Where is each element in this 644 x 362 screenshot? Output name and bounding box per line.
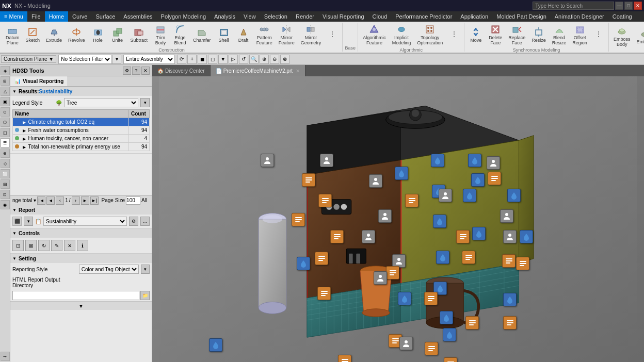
hole-button[interactable]: Hole — [89, 24, 107, 46]
next-btn[interactable]: › — [72, 196, 80, 205]
tag-t38[interactable] — [444, 357, 457, 362]
menu-item-coating[interactable]: Coating — [608, 11, 636, 22]
close-button[interactable]: ✕ — [634, 2, 642, 10]
assembly-filter-select[interactable]: Entire Assembly — [123, 55, 175, 64]
filter-btn-8[interactable]: 🔍 — [249, 55, 259, 64]
results-section-header[interactable]: ▼ Results: Sustainability — [10, 87, 152, 96]
implicit-modeling-button[interactable]: ImplicitModeling — [390, 24, 414, 46]
report-btn-1[interactable]: ▾ — [24, 217, 33, 226]
last-page-button[interactable]: ►| — [90, 196, 99, 205]
tag-t22[interactable] — [472, 227, 486, 240]
chamfer-button[interactable]: Chamfer — [190, 24, 214, 46]
first-page-button[interactable]: |◄ — [37, 196, 45, 205]
panel-close-button[interactable]: ✕ — [141, 67, 150, 75]
construction-plane-dropdown[interactable]: Construction Plane ▼ — [1, 55, 56, 63]
tag-t11[interactable] — [378, 209, 392, 223]
selection-filter-dropdown[interactable]: No Selection Filter ▾ — [58, 55, 121, 64]
panel-bottom-arrow[interactable]: ▼ — [10, 302, 152, 310]
sidebar-icon-7[interactable]: ◫ — [1, 128, 10, 137]
panel-settings-button[interactable]: ⚙ — [123, 67, 131, 75]
tag-t23[interactable] — [315, 252, 328, 265]
reporting-style-btn[interactable]: ▾ — [141, 265, 150, 274]
tag-t15[interactable] — [330, 230, 344, 243]
sidebar-icon-4[interactable]: ▣ — [1, 97, 10, 106]
menu-item-curve[interactable]: Curve — [68, 11, 91, 22]
tag-t6[interactable] — [395, 167, 408, 180]
ctrl-show-all-button[interactable]: ⊡ — [12, 240, 24, 251]
tag-t44[interactable] — [503, 230, 517, 243]
sidebar-icon-11[interactable]: ⬜ — [1, 169, 10, 178]
menu-item-anim[interactable]: Animation Designer — [551, 11, 608, 22]
tag-t48[interactable] — [516, 257, 529, 270]
filter-btn-11[interactable]: ⊗ — [280, 55, 289, 64]
filter-btn-10[interactable]: ⊖ — [270, 55, 279, 64]
emboss-body-button[interactable]: EmbossBody — [611, 25, 633, 48]
prev-page-button[interactable]: ◄ — [46, 196, 55, 205]
menu-item-menu[interactable]: ≡ Menu — [0, 11, 27, 22]
tag-t19[interactable] — [436, 251, 449, 264]
table-row[interactable]: ▶ Total non-renewable primary energy use… — [13, 143, 150, 151]
filter-btn-1[interactable]: ⟳ — [177, 55, 186, 64]
sidebar-icon-9[interactable]: ⊕ — [1, 149, 10, 158]
tag-t25[interactable] — [386, 266, 399, 279]
menu-item-surface[interactable]: Surface — [91, 11, 119, 22]
report-section-header[interactable]: ▼ Report — [10, 205, 152, 215]
next-page-button[interactable]: ► — [81, 196, 89, 205]
tag-t43[interactable] — [503, 293, 517, 306]
tag-t16[interactable] — [362, 230, 375, 243]
maximize-button[interactable]: □ — [624, 2, 633, 10]
panel-help-button[interactable]: ? — [132, 67, 140, 75]
settings-section-header[interactable]: ▼ Setting — [10, 254, 152, 263]
menu-item-view[interactable]: View — [239, 11, 260, 22]
sidebar-icon-2[interactable]: ⊞ — [1, 76, 10, 86]
minimize-button[interactable]: — — [615, 2, 623, 10]
selection-filter-select[interactable]: No Selection Filter — [58, 55, 112, 64]
tag-t13[interactable] — [471, 173, 485, 187]
table-row[interactable]: ▶ Fresh water consumptions 94 — [13, 126, 150, 135]
sidebar-icon-bottom[interactable]: ⊸ — [1, 352, 10, 361]
tag-t35[interactable] — [443, 328, 456, 341]
tag-t5[interactable] — [405, 194, 418, 207]
page-size-input[interactable] — [126, 196, 140, 205]
sidebar-icon-6[interactable]: ⬡ — [1, 118, 10, 127]
filter-btn-6[interactable]: ▷ — [229, 55, 238, 64]
sidebar-icon-3[interactable]: △ — [1, 87, 10, 96]
legend-style-btn[interactable]: ▾ — [140, 98, 150, 107]
tag-t1[interactable] — [261, 154, 274, 167]
search-box[interactable]: Type Here to Search — [533, 2, 614, 10]
tag-t45[interactable] — [502, 254, 516, 268]
tag-t28[interactable] — [317, 287, 331, 300]
controls-section-header[interactable]: ▼ Controls — [10, 228, 152, 238]
tag-t17[interactable] — [433, 215, 446, 228]
sidebar-icon-12[interactable]: ▤ — [1, 179, 10, 189]
html-output-input[interactable] — [12, 291, 139, 300]
tag-t10[interactable] — [439, 189, 452, 202]
tag-t14[interactable] — [318, 194, 332, 207]
menu-item-render[interactable]: Render — [292, 11, 318, 22]
tag-t8[interactable] — [431, 154, 444, 167]
extrude-button[interactable]: Extrude — [43, 24, 65, 46]
ctrl-info-button[interactable]: ℹ — [77, 240, 88, 251]
menu-item-file[interactable]: File — [27, 11, 45, 22]
move-button[interactable]: Move — [466, 24, 485, 46]
tag-t49[interactable] — [468, 154, 481, 167]
sidebar-icon-5[interactable]: ⊙ — [1, 107, 10, 117]
menu-item-polygon[interactable]: Polygon Modeling — [157, 11, 210, 22]
revolve-button[interactable]: Revolve — [66, 24, 88, 46]
tag-t29[interactable] — [398, 292, 411, 305]
tag-t47[interactable] — [520, 230, 533, 243]
sidebar-icon-13[interactable]: ⊡ — [1, 190, 10, 199]
tag-t54[interactable] — [338, 355, 351, 362]
filter-btn-9[interactable]: ⊕ — [260, 55, 269, 64]
tag-t2[interactable] — [320, 154, 333, 167]
tag-t9[interactable] — [463, 189, 476, 202]
sidebar-icon-10[interactable]: ◇ — [1, 159, 10, 168]
tag-t32[interactable] — [465, 316, 479, 330]
ctrl-hide-all-button[interactable]: ⊠ — [25, 240, 37, 251]
subtract-button[interactable]: Subtract — [128, 24, 151, 46]
tag-t36[interactable] — [399, 337, 413, 350]
tag-t3[interactable] — [369, 174, 382, 188]
report-type-select[interactable]: Sustainability — [43, 217, 127, 226]
table-row[interactable]: ▶ Climate change total CO2 eq 94 — [13, 118, 150, 126]
sketch-button[interactable]: Sketch — [23, 24, 43, 46]
